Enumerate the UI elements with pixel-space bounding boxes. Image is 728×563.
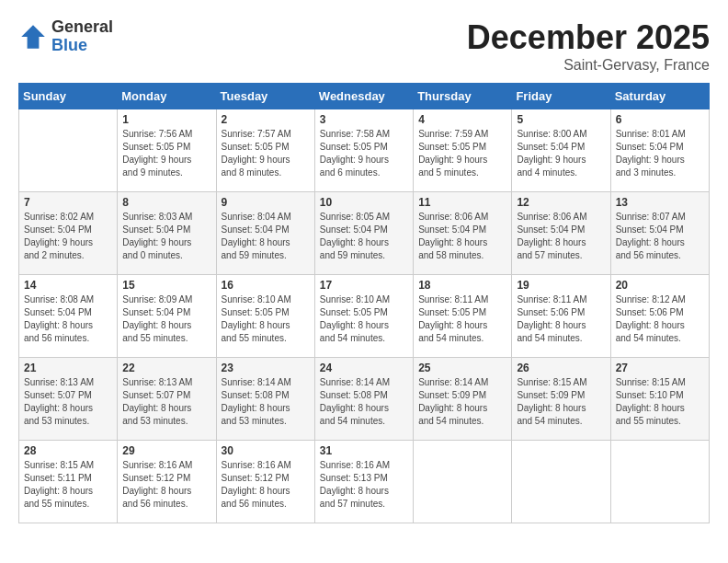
week-row-2: 7Sunrise: 8:02 AM Sunset: 5:04 PM Daylig… xyxy=(19,192,710,275)
day-header-sunday: Sunday xyxy=(19,84,118,109)
day-cell: 30Sunrise: 8:16 AM Sunset: 5:12 PM Dayli… xyxy=(216,441,314,523)
day-cell: 28Sunrise: 8:15 AM Sunset: 5:11 PM Dayli… xyxy=(19,441,118,523)
week-row-4: 21Sunrise: 8:13 AM Sunset: 5:07 PM Dayli… xyxy=(19,358,710,441)
day-info: Sunrise: 7:59 AM Sunset: 5:05 PM Dayligh… xyxy=(418,128,506,179)
logo: General Blue xyxy=(18,18,113,55)
day-cell: 14Sunrise: 8:08 AM Sunset: 5:04 PM Dayli… xyxy=(19,275,118,358)
day-number: 12 xyxy=(517,196,605,209)
day-info: Sunrise: 7:58 AM Sunset: 5:05 PM Dayligh… xyxy=(320,128,408,179)
day-info: Sunrise: 8:15 AM Sunset: 5:11 PM Dayligh… xyxy=(24,459,112,511)
day-cell: 2Sunrise: 7:57 AM Sunset: 5:05 PM Daylig… xyxy=(216,109,314,192)
day-number: 9 xyxy=(222,196,310,209)
page-header: General Blue December 2025 Saint-Gervasy… xyxy=(18,18,710,74)
week-row-3: 14Sunrise: 8:08 AM Sunset: 5:04 PM Dayli… xyxy=(19,275,710,358)
day-cell: 16Sunrise: 8:10 AM Sunset: 5:05 PM Dayli… xyxy=(216,275,314,358)
day-header-thursday: Thursday xyxy=(414,84,512,109)
logo-icon xyxy=(18,22,48,52)
day-number: 2 xyxy=(222,113,310,126)
day-number: 15 xyxy=(122,279,210,292)
day-cell: 11Sunrise: 8:06 AM Sunset: 5:04 PM Dayli… xyxy=(414,192,512,275)
day-cell: 7Sunrise: 8:02 AM Sunset: 5:04 PM Daylig… xyxy=(19,192,118,275)
day-info: Sunrise: 8:02 AM Sunset: 5:04 PM Dayligh… xyxy=(24,211,112,262)
location: Saint-Gervasy, France xyxy=(467,57,710,74)
day-cell: 24Sunrise: 8:14 AM Sunset: 5:08 PM Dayli… xyxy=(314,358,413,441)
day-info: Sunrise: 8:04 AM Sunset: 5:04 PM Dayligh… xyxy=(222,211,310,262)
day-cell: 31Sunrise: 8:16 AM Sunset: 5:13 PM Dayli… xyxy=(314,441,413,523)
day-info: Sunrise: 8:16 AM Sunset: 5:12 PM Dayligh… xyxy=(222,459,310,511)
day-number: 24 xyxy=(320,362,408,374)
day-header-wednesday: Wednesday xyxy=(314,84,413,109)
day-info: Sunrise: 8:12 AM Sunset: 5:06 PM Dayligh… xyxy=(616,293,704,345)
day-info: Sunrise: 8:11 AM Sunset: 5:06 PM Dayligh… xyxy=(517,293,605,345)
day-number: 16 xyxy=(222,279,310,292)
day-number: 11 xyxy=(418,196,506,209)
day-info: Sunrise: 8:11 AM Sunset: 5:05 PM Dayligh… xyxy=(418,293,506,345)
day-cell: 19Sunrise: 8:11 AM Sunset: 5:06 PM Dayli… xyxy=(512,275,610,358)
day-number: 14 xyxy=(24,279,112,292)
day-cell: 15Sunrise: 8:09 AM Sunset: 5:04 PM Dayli… xyxy=(118,275,216,358)
day-info: Sunrise: 8:07 AM Sunset: 5:04 PM Dayligh… xyxy=(616,211,704,262)
logo-text: General Blue xyxy=(51,18,113,55)
day-number: 28 xyxy=(24,444,112,457)
day-info: Sunrise: 8:06 AM Sunset: 5:04 PM Dayligh… xyxy=(418,211,506,262)
day-number: 19 xyxy=(517,279,605,292)
day-number: 20 xyxy=(616,279,704,292)
day-header-friday: Friday xyxy=(512,84,610,109)
day-info: Sunrise: 8:14 AM Sunset: 5:09 PM Dayligh… xyxy=(418,376,506,428)
day-info: Sunrise: 8:15 AM Sunset: 5:09 PM Dayligh… xyxy=(517,376,605,428)
day-cell: 9Sunrise: 8:04 AM Sunset: 5:04 PM Daylig… xyxy=(216,192,314,275)
day-info: Sunrise: 8:16 AM Sunset: 5:13 PM Dayligh… xyxy=(320,459,408,511)
day-info: Sunrise: 8:00 AM Sunset: 5:04 PM Dayligh… xyxy=(517,128,605,179)
day-info: Sunrise: 8:16 AM Sunset: 5:12 PM Dayligh… xyxy=(122,459,210,511)
day-info: Sunrise: 7:57 AM Sunset: 5:05 PM Dayligh… xyxy=(222,128,310,179)
day-number: 17 xyxy=(320,279,408,292)
header-row: SundayMondayTuesdayWednesdayThursdayFrid… xyxy=(19,84,710,109)
day-cell: 6Sunrise: 8:01 AM Sunset: 5:04 PM Daylig… xyxy=(610,109,709,192)
day-info: Sunrise: 8:09 AM Sunset: 5:04 PM Dayligh… xyxy=(122,293,210,345)
month-title: December 2025 xyxy=(467,18,710,57)
day-cell xyxy=(414,441,512,523)
day-number: 22 xyxy=(122,362,210,374)
day-number: 13 xyxy=(616,196,704,209)
day-number: 8 xyxy=(122,196,210,209)
day-cell: 3Sunrise: 7:58 AM Sunset: 5:05 PM Daylig… xyxy=(314,109,413,192)
day-header-tuesday: Tuesday xyxy=(216,84,314,109)
day-number: 21 xyxy=(24,362,112,374)
day-cell: 23Sunrise: 8:14 AM Sunset: 5:08 PM Dayli… xyxy=(216,358,314,441)
day-info: Sunrise: 8:05 AM Sunset: 5:04 PM Dayligh… xyxy=(320,211,408,262)
day-info: Sunrise: 8:14 AM Sunset: 5:08 PM Dayligh… xyxy=(320,376,408,428)
day-info: Sunrise: 8:03 AM Sunset: 5:04 PM Dayligh… xyxy=(122,211,210,262)
day-cell: 27Sunrise: 8:15 AM Sunset: 5:10 PM Dayli… xyxy=(610,358,709,441)
day-number: 18 xyxy=(418,279,506,292)
day-cell xyxy=(610,441,709,523)
day-number: 5 xyxy=(517,113,605,126)
day-number: 29 xyxy=(122,444,210,457)
week-row-1: 1Sunrise: 7:56 AM Sunset: 5:05 PM Daylig… xyxy=(19,109,710,192)
day-cell: 1Sunrise: 7:56 AM Sunset: 5:05 PM Daylig… xyxy=(118,109,216,192)
day-cell: 20Sunrise: 8:12 AM Sunset: 5:06 PM Dayli… xyxy=(610,275,709,358)
day-info: Sunrise: 8:13 AM Sunset: 5:07 PM Dayligh… xyxy=(24,376,112,428)
day-info: Sunrise: 8:08 AM Sunset: 5:04 PM Dayligh… xyxy=(24,293,112,345)
day-number: 27 xyxy=(616,362,704,374)
day-cell: 26Sunrise: 8:15 AM Sunset: 5:09 PM Dayli… xyxy=(512,358,610,441)
day-info: Sunrise: 8:06 AM Sunset: 5:04 PM Dayligh… xyxy=(517,211,605,262)
day-header-saturday: Saturday xyxy=(610,84,709,109)
day-number: 10 xyxy=(320,196,408,209)
day-number: 30 xyxy=(222,444,310,457)
svg-marker-0 xyxy=(21,25,45,49)
day-cell: 8Sunrise: 8:03 AM Sunset: 5:04 PM Daylig… xyxy=(118,192,216,275)
day-number: 4 xyxy=(418,113,506,126)
day-info: Sunrise: 7:56 AM Sunset: 5:05 PM Dayligh… xyxy=(122,128,210,179)
day-cell xyxy=(512,441,610,523)
title-block: December 2025 Saint-Gervasy, France xyxy=(467,18,710,74)
day-cell: 18Sunrise: 8:11 AM Sunset: 5:05 PM Dayli… xyxy=(414,275,512,358)
logo-blue: Blue xyxy=(51,37,113,55)
day-cell: 17Sunrise: 8:10 AM Sunset: 5:05 PM Dayli… xyxy=(314,275,413,358)
day-info: Sunrise: 8:15 AM Sunset: 5:10 PM Dayligh… xyxy=(616,376,704,428)
day-info: Sunrise: 8:13 AM Sunset: 5:07 PM Dayligh… xyxy=(122,376,210,428)
week-row-5: 28Sunrise: 8:15 AM Sunset: 5:11 PM Dayli… xyxy=(19,441,710,523)
day-number: 26 xyxy=(517,362,605,374)
day-number: 7 xyxy=(24,196,112,209)
day-number: 3 xyxy=(320,113,408,126)
day-cell: 12Sunrise: 8:06 AM Sunset: 5:04 PM Dayli… xyxy=(512,192,610,275)
